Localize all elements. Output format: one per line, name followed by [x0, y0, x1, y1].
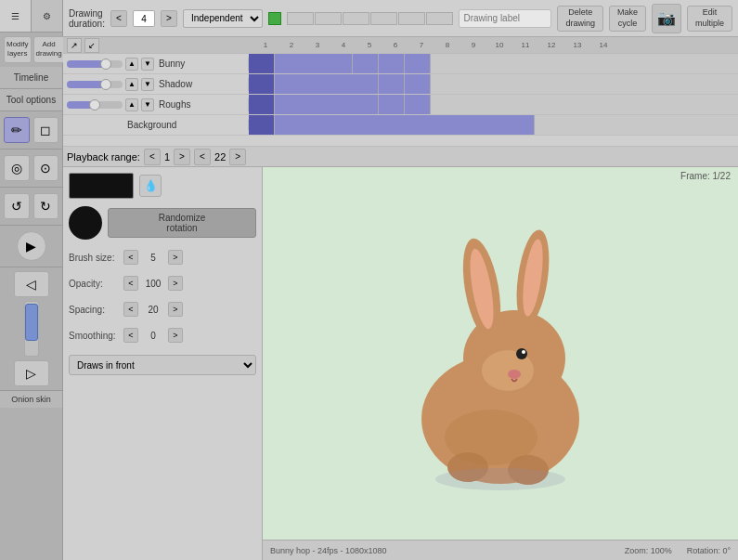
timeline-area: ↗ ↙ 1 2 3 4 5 6 7 8 9 10 11 12 13 14: [63, 37, 738, 167]
layer-controls-bunny: ▲ ▼ Bunny: [63, 58, 249, 71]
range-start-next[interactable]: >: [174, 149, 190, 165]
randomize-rotation-button[interactable]: Randomizerotation: [108, 208, 256, 238]
duration-prev-button[interactable]: <: [110, 10, 127, 27]
play-button[interactable]: ▶: [17, 231, 46, 261]
lasso-icon: ⊙: [40, 161, 51, 176]
layer-row-background: Background: [63, 115, 738, 136]
opacity-val: 100: [142, 279, 164, 289]
mode-select[interactable]: Independent Fixed: [183, 9, 263, 28]
tool-options-label: Tool options: [6, 95, 56, 105]
color-preview[interactable]: [69, 173, 134, 199]
duration-next-button[interactable]: >: [161, 10, 177, 27]
layer-name-background: Background: [125, 120, 244, 130]
toolbar-top: ☰ ⚙: [0, 0, 62, 33]
opacity-next[interactable]: >: [168, 276, 183, 291]
add-drawing-button[interactable]: Adddrawing: [33, 36, 65, 63]
frame-marker: [268, 12, 281, 25]
undo-button[interactable]: ↺: [4, 193, 30, 219]
main-content: Drawingduration: < 4 > Independent Fixed…: [63, 0, 738, 560]
canvas-zoom: Zoom: 100%: [625, 546, 672, 555]
canvas-wrapper[interactable]: Frame: 1/22: [263, 167, 738, 540]
eraser-tool-button[interactable]: ◻: [33, 117, 59, 143]
scroll-right-button[interactable]: ▷: [14, 360, 49, 386]
layer-down-bunny[interactable]: ▼: [141, 58, 154, 71]
layer-name-shadow: Shadow: [157, 79, 244, 89]
undo-icon: ↺: [11, 199, 22, 214]
brush-size-label: Brush size:: [69, 253, 120, 263]
settings-button[interactable]: ⚙: [32, 0, 62, 32]
expand-up-button[interactable]: ↗: [67, 38, 82, 53]
range-start-prev[interactable]: <: [144, 149, 161, 165]
layer-down-shadow[interactable]: ▼: [141, 78, 154, 91]
smoothing-prev[interactable]: <: [123, 328, 138, 343]
arrow-left-icon: ◁: [26, 277, 36, 292]
hamburger-button[interactable]: ☰: [0, 0, 32, 32]
transform-tool-button[interactable]: ◎: [4, 155, 30, 181]
delete-drawing-button[interactable]: Deletedrawing: [557, 6, 603, 32]
scroll-handle: [25, 304, 38, 341]
tool-panel: 💧 Randomizerotation Brush size: < 5 > Op…: [63, 167, 263, 560]
undo-redo: ↺ ↻: [0, 188, 62, 226]
scroll-left-button[interactable]: ◁: [14, 271, 49, 297]
play-section: ▶: [0, 226, 62, 267]
layer-controls-background: Background: [63, 120, 249, 130]
camera-icon: 📷: [652, 4, 681, 33]
brush-size-prev[interactable]: <: [123, 250, 138, 265]
range-end-prev[interactable]: <: [194, 149, 211, 165]
eyedropper-button[interactable]: 💧: [139, 175, 162, 197]
left-toolbar: ☰ ⚙ Modifylayers Adddrawing Timeline Too…: [0, 0, 63, 560]
playback-range: Playback range: < 1 > < 22 >: [63, 146, 738, 166]
brush-size-next[interactable]: >: [168, 250, 183, 265]
layer-opacity-slider-shadow[interactable]: [67, 81, 123, 88]
layer-row-bunny: ▲ ▼ Bunny: [63, 54, 738, 74]
smoothing-next[interactable]: >: [168, 328, 183, 343]
canvas-rotation: Rotation: 0°: [687, 546, 731, 555]
expand-down-button[interactable]: ↙: [84, 38, 99, 53]
redo-button[interactable]: ↻: [33, 193, 59, 219]
brush-size-val: 5: [142, 253, 164, 263]
drawing-label-input[interactable]: [459, 9, 551, 28]
layer-rows: ▲ ▼ Bunny: [63, 54, 738, 146]
redo-icon: ↻: [40, 199, 51, 214]
onion-skin-button[interactable]: Onion skin: [0, 391, 62, 408]
layer-up-shadow[interactable]: ▲: [125, 78, 138, 91]
top-bar: Drawingduration: < 4 > Independent Fixed…: [63, 0, 738, 37]
lasso-tool-button[interactable]: ⊙: [33, 155, 59, 181]
scroll-tools: ◁ ▷: [0, 267, 62, 391]
canvas-bg: Frame: 1/22: [263, 167, 738, 540]
layer-name-roughs: Roughs: [157, 99, 244, 110]
duration-value: 4: [133, 10, 155, 27]
modify-layers-button[interactable]: Modifylayers: [4, 36, 32, 63]
scroll-track[interactable]: [24, 301, 39, 357]
range-end-next[interactable]: >: [229, 149, 246, 165]
tool-options-button[interactable]: Tool options: [0, 89, 62, 111]
bunny-illustration: [370, 215, 630, 493]
edit-multiple-button[interactable]: Editmultiple: [687, 6, 732, 32]
onion-skin-label: Onion skin: [11, 395, 51, 404]
spacing-prev[interactable]: <: [123, 302, 138, 317]
svg-point-12: [445, 410, 537, 465]
opacity-row: Opacity: < 100 >: [69, 273, 256, 293]
layer-up-bunny[interactable]: ▲: [125, 58, 138, 71]
svg-point-13: [435, 468, 565, 490]
layer-opacity-slider-roughs[interactable]: [67, 101, 123, 109]
playback-range-label: Playback range:: [67, 151, 140, 163]
layer-down-roughs[interactable]: ▼: [141, 98, 154, 111]
layer-frames-background: [249, 115, 738, 135]
draw-in-front-select[interactable]: Draws in front Draws behind: [69, 355, 256, 375]
brush-tool-button[interactable]: ✏: [4, 117, 30, 143]
make-cycle-button[interactable]: Makecycle: [609, 6, 646, 32]
draw-tools: ✏ ◻: [0, 111, 62, 150]
layer-up-roughs[interactable]: ▲: [125, 98, 138, 111]
layer-opacity-slider-bunny[interactable]: [67, 60, 123, 68]
timeline-button[interactable]: Timeline: [0, 67, 62, 89]
spacing-label: Spacing:: [69, 305, 120, 315]
canvas-meta: Zoom: 100% Rotation: 0°: [625, 546, 731, 555]
layer-frames-shadow: [249, 74, 738, 94]
spacing-next[interactable]: >: [168, 302, 183, 317]
range-start-val: 1: [164, 151, 170, 163]
opacity-prev[interactable]: <: [123, 276, 138, 291]
gear-icon: ⚙: [43, 11, 51, 21]
transform-tools: ◎ ⊙: [0, 150, 62, 188]
canvas-area: Frame: 1/22: [263, 167, 738, 560]
